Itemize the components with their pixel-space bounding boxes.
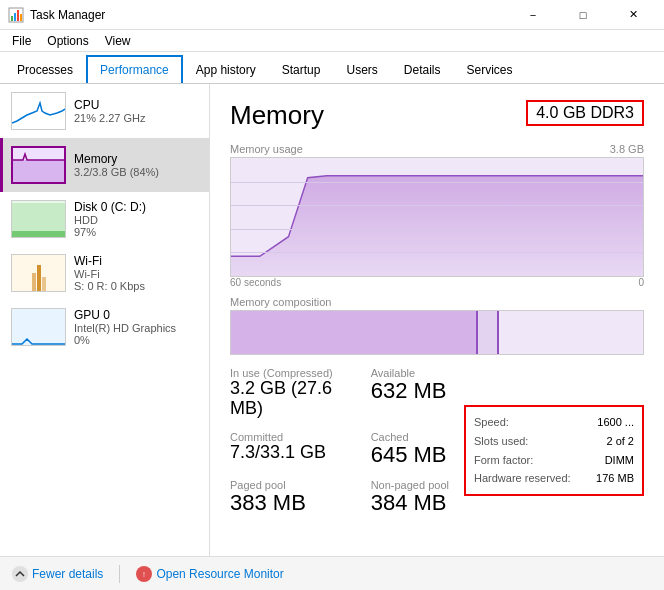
bottom-separator xyxy=(119,565,120,583)
fewer-details-label: Fewer details xyxy=(32,567,103,581)
info-box: Speed: 1600 ... Slots used: 2 of 2 Form … xyxy=(464,405,644,496)
comp-label: Memory composition xyxy=(230,296,644,308)
cpu-name: CPU xyxy=(74,98,146,112)
menu-view[interactable]: View xyxy=(97,30,139,51)
tab-performance[interactable]: Performance xyxy=(86,55,183,83)
memory-info: Memory 3.2/3.8 GB (84%) xyxy=(74,152,159,178)
bottom-bar: Fewer details ! Open Resource Monitor xyxy=(0,556,664,590)
title-bar-left: Task Manager xyxy=(8,7,105,23)
usage-label: Memory usage xyxy=(230,143,303,155)
disk-name: Disk 0 (C: D:) xyxy=(74,200,146,214)
sidebar: CPU 21% 2.27 GHz Memory 3.2/3.8 GB (84%) xyxy=(0,84,210,556)
wifi-stats1: Wi-Fi xyxy=(74,268,145,280)
tab-details[interactable]: Details xyxy=(391,55,454,83)
svg-text:!: ! xyxy=(143,571,145,578)
resource-monitor-link[interactable]: ! Open Resource Monitor xyxy=(136,566,283,582)
tab-services[interactable]: Services xyxy=(454,55,526,83)
menu-options[interactable]: Options xyxy=(39,30,96,51)
time-left: 60 seconds xyxy=(230,277,281,288)
speed-key: Speed: xyxy=(474,413,509,432)
resource-monitor-label: Open Resource Monitor xyxy=(156,567,283,581)
form-val: DIMM xyxy=(605,451,634,470)
grid-line-1 xyxy=(231,182,643,183)
svg-rect-7 xyxy=(13,160,66,184)
wifi-name: Wi-Fi xyxy=(74,254,145,268)
svg-rect-13 xyxy=(32,273,36,292)
svg-rect-15 xyxy=(12,309,66,346)
info-row-form: Form factor: DIMM xyxy=(474,451,634,470)
tab-users[interactable]: Users xyxy=(333,55,390,83)
info-row-slots: Slots used: 2 of 2 xyxy=(474,432,634,451)
memory-usage-section: Memory usage 3.8 GB xyxy=(230,143,644,288)
usage-max: 3.8 GB xyxy=(610,143,644,155)
svg-marker-16 xyxy=(231,176,643,276)
disk-stats1: HDD xyxy=(74,214,146,226)
grid-line-3 xyxy=(231,229,643,230)
sidebar-item-cpu[interactable]: CPU 21% 2.27 GHz xyxy=(0,84,209,138)
memory-usage-chart xyxy=(230,157,644,277)
time-right: 0 xyxy=(638,277,644,288)
hw-key: Hardware reserved: xyxy=(474,469,571,488)
memory-stats: 3.2/3.8 GB (84%) xyxy=(74,166,159,178)
sidebar-item-gpu[interactable]: GPU 0 Intel(R) HD Graphics 0% xyxy=(0,300,209,354)
gpu-stats2: 0% xyxy=(74,334,176,346)
chart-time: 60 seconds 0 xyxy=(230,277,644,288)
comp-label-text: Memory composition xyxy=(230,296,331,308)
menu-bar: File Options View xyxy=(0,30,664,52)
main-content: CPU 21% 2.27 GHz Memory 3.2/3.8 GB (84%) xyxy=(0,84,664,556)
cpu-thumbnail xyxy=(11,92,66,130)
slots-val: 2 of 2 xyxy=(606,432,634,451)
menu-file[interactable]: File xyxy=(4,30,39,51)
tab-apphistory[interactable]: App history xyxy=(183,55,269,83)
svg-rect-12 xyxy=(37,265,41,292)
hw-val: 176 MB xyxy=(596,469,634,488)
sidebar-item-memory[interactable]: Memory 3.2/3.8 GB (84%) xyxy=(0,138,209,192)
svg-rect-1 xyxy=(11,16,13,21)
info-row-hwreserved: Hardware reserved: 176 MB xyxy=(474,469,634,488)
fewer-details-icon xyxy=(12,566,28,582)
sidebar-item-disk[interactable]: Disk 0 (C: D:) HDD 97% xyxy=(0,192,209,246)
info-row-speed: Speed: 1600 ... xyxy=(474,413,634,432)
stat-inuse: In use (Compressed) 3.2 GB (27.6 MB) xyxy=(230,367,363,419)
paged-value: 383 MB xyxy=(230,491,363,515)
memory-name: Memory xyxy=(74,152,159,166)
panel-title: Memory xyxy=(230,100,324,131)
wifi-stats2: S: 0 R: 0 Kbps xyxy=(74,280,145,292)
cpu-stats: 21% 2.27 GHz xyxy=(74,112,146,124)
stat-committed: Committed 7.3/33.1 GB xyxy=(230,431,363,467)
disk-stats2: 97% xyxy=(74,226,146,238)
memory-comp-section: Memory composition xyxy=(230,296,644,355)
svg-rect-5 xyxy=(12,93,66,130)
form-key: Form factor: xyxy=(474,451,533,470)
right-panel: Memory 4.0 GB DDR3 Memory usage 3.8 GB xyxy=(210,84,664,556)
comp-bar-inuse xyxy=(231,311,478,354)
panel-header: Memory 4.0 GB DDR3 xyxy=(230,100,644,131)
title-bar-title: Task Manager xyxy=(30,8,105,22)
memory-comp-chart xyxy=(230,310,644,355)
committed-value: 7.3/33.1 GB xyxy=(230,443,363,463)
tab-bar: Processes Performance App history Startu… xyxy=(0,52,664,84)
gpu-name: GPU 0 xyxy=(74,308,176,322)
speed-val: 1600 ... xyxy=(597,413,634,432)
sidebar-item-wifi[interactable]: Wi-Fi Wi-Fi S: 0 R: 0 Kbps xyxy=(0,246,209,300)
chart-labels: Memory usage 3.8 GB xyxy=(230,143,644,155)
fewer-details-link[interactable]: Fewer details xyxy=(12,566,103,582)
monitor-icon-svg: ! xyxy=(138,568,150,580)
paged-label: Paged pool xyxy=(230,479,363,491)
svg-rect-4 xyxy=(20,14,22,21)
slots-key: Slots used: xyxy=(474,432,528,451)
tab-startup[interactable]: Startup xyxy=(269,55,334,83)
title-bar: Task Manager − □ ✕ xyxy=(0,0,664,30)
tab-processes[interactable]: Processes xyxy=(4,55,86,83)
close-button[interactable]: ✕ xyxy=(610,0,656,30)
minimize-button[interactable]: − xyxy=(510,0,556,30)
svg-rect-14 xyxy=(42,277,46,292)
inuse-value: 3.2 GB (27.6 MB) xyxy=(230,379,363,419)
svg-rect-2 xyxy=(14,13,16,21)
usage-svg xyxy=(231,158,643,276)
grid-line-2 xyxy=(231,205,643,206)
title-bar-controls: − □ ✕ xyxy=(510,0,656,30)
maximize-button[interactable]: □ xyxy=(560,0,606,30)
gpu-info: GPU 0 Intel(R) HD Graphics 0% xyxy=(74,308,176,346)
comp-bar-cached xyxy=(478,311,499,354)
